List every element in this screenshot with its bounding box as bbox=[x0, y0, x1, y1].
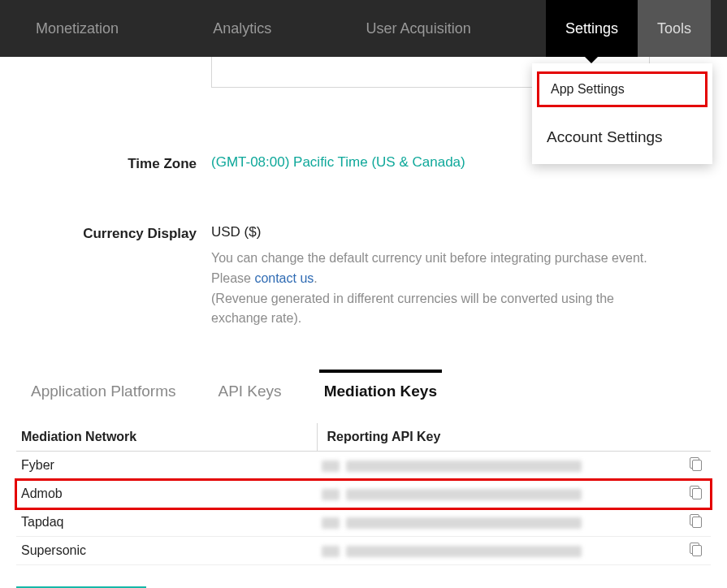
table-row: Fyber bbox=[16, 452, 711, 480]
mediation-network-cell: Admob bbox=[16, 480, 317, 508]
redacted-key-segment bbox=[346, 546, 582, 557]
mediation-keys-table: Mediation Network Reporting API Key Fybe… bbox=[16, 423, 711, 565]
redacted-key-segment bbox=[346, 460, 582, 472]
nav-analytics[interactable]: Analytics bbox=[193, 0, 291, 57]
dropdown-app-settings[interactable]: App Settings bbox=[551, 82, 694, 97]
copy-key-cell bbox=[682, 508, 711, 537]
copy-icon[interactable] bbox=[690, 514, 703, 527]
dropdown-caret-icon bbox=[585, 57, 598, 63]
dropdown-account-settings[interactable]: Account Settings bbox=[532, 115, 712, 159]
redacted-key-segment bbox=[322, 489, 340, 500]
nav-settings[interactable]: Settings bbox=[546, 0, 638, 57]
mediation-network-cell: Tapdaq bbox=[16, 508, 317, 537]
nav-monetization[interactable]: Monetization bbox=[16, 0, 138, 57]
timezone-select[interactable]: (GMT-08:00) Pacific Time (US & Canada) bbox=[211, 154, 465, 170]
table-row: Admob bbox=[16, 480, 711, 508]
reporting-api-key-cell bbox=[317, 537, 682, 565]
settings-dropdown: App Settings Account Settings bbox=[532, 63, 712, 164]
nav-tools[interactable]: Tools bbox=[638, 0, 711, 57]
copy-icon[interactable] bbox=[690, 486, 703, 499]
sub-tabs: Application Platforms API Keys Mediation… bbox=[16, 370, 711, 409]
currency-helper-text: You can change the default currency unit… bbox=[211, 249, 650, 329]
contact-us-link[interactable]: contact us bbox=[254, 271, 314, 285]
redacted-key-segment bbox=[322, 460, 340, 472]
copy-key-cell bbox=[682, 480, 711, 508]
redacted-key-segment bbox=[322, 546, 340, 557]
reporting-api-key-cell bbox=[317, 508, 682, 537]
reporting-api-key-cell bbox=[317, 480, 682, 508]
timezone-label: Time Zone bbox=[16, 154, 211, 172]
tab-application-platforms[interactable]: Application Platforms bbox=[26, 370, 180, 409]
copy-icon[interactable] bbox=[690, 543, 703, 556]
nav-user-acquisition[interactable]: User Acquisition bbox=[347, 0, 491, 57]
copy-icon[interactable] bbox=[690, 457, 703, 470]
copy-key-cell bbox=[682, 537, 711, 565]
tab-mediation-keys[interactable]: Mediation Keys bbox=[319, 370, 442, 409]
table-row: Supersonic bbox=[16, 537, 711, 565]
redacted-key-segment bbox=[346, 489, 582, 500]
currency-label: Currency Display bbox=[16, 224, 211, 329]
reporting-api-key-cell bbox=[317, 452, 682, 480]
redacted-key-segment bbox=[322, 517, 340, 529]
redacted-key-segment bbox=[346, 517, 582, 529]
table-row: Tapdaq bbox=[16, 508, 711, 537]
mediation-network-cell: Supersonic bbox=[16, 537, 317, 565]
mediation-network-cell: Fyber bbox=[16, 452, 317, 480]
col-header-network: Mediation Network bbox=[16, 423, 317, 452]
highlight-app-settings: App Settings bbox=[537, 71, 708, 107]
col-header-reporting-api-key: Reporting API Key bbox=[317, 423, 711, 452]
tab-api-keys[interactable]: API Keys bbox=[213, 370, 286, 409]
currency-value: USD ($) bbox=[211, 224, 650, 240]
copy-key-cell bbox=[682, 452, 711, 480]
top-nav: Monetization Analytics User Acquisition … bbox=[0, 0, 727, 57]
